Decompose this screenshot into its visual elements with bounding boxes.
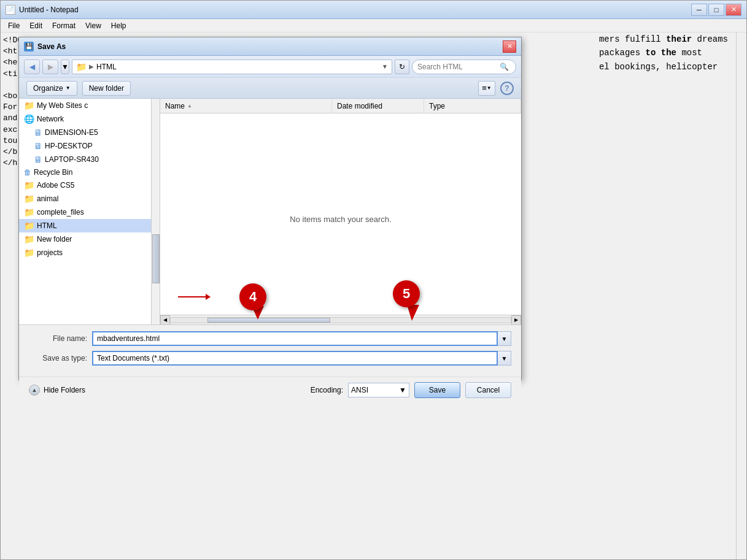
col-header-name[interactable]: Name ▲ bbox=[160, 99, 332, 113]
col-header-type[interactable]: Type bbox=[424, 99, 521, 113]
tree-item-complete-files[interactable]: 📁 complete_files bbox=[19, 205, 160, 219]
nav-forward-btn[interactable]: ▶ bbox=[42, 59, 58, 74]
tree-item-animal[interactable]: 📁 animal bbox=[19, 192, 160, 205]
dialog-body: 📁 My Web Sites c 🌐 Network 🖥 DIMENSION-E… bbox=[19, 99, 521, 324]
hide-folders-label: Hide Folders bbox=[44, 386, 85, 394]
dialog-toolbar: ◀ ▶ ▼ 📁 ▶ HTML ▼ ↻ 🔍 bbox=[19, 56, 521, 78]
h-scroll-left-btn[interactable]: ◀ bbox=[160, 315, 170, 325]
organize-label: Organize bbox=[33, 84, 63, 93]
sort-arrow: ▲ bbox=[187, 103, 192, 109]
folder-icon: 📁 bbox=[24, 221, 34, 231]
tree-item-new-folder[interactable]: 📁 New folder bbox=[19, 232, 160, 246]
tree-item-recycle-bin[interactable]: 🗑 Recycle Bin bbox=[19, 166, 160, 178]
notepad-menubar: File Edit Format View Help bbox=[1, 19, 746, 33]
organize-arrow: ▼ bbox=[66, 85, 71, 91]
col-header-type-text: Type bbox=[429, 102, 445, 110]
new-folder-btn[interactable]: New folder bbox=[82, 81, 131, 96]
tree-item-dimension[interactable]: 🖥 DIMENSION-E5 bbox=[19, 126, 160, 139]
notepad-minimize-btn[interactable]: ─ bbox=[691, 4, 707, 16]
save-btn[interactable]: Save bbox=[414, 382, 460, 398]
computer-icon: 🖥 bbox=[34, 128, 42, 137]
save-type-input-wrapper: ▼ bbox=[92, 351, 511, 366]
address-bar: 📁 ▶ HTML ▼ bbox=[72, 59, 392, 74]
file-name-dropdown[interactable]: ▼ bbox=[498, 331, 511, 346]
notepad-app-icon: 📄 bbox=[6, 5, 15, 15]
nav-recent-dropdown-btn[interactable]: ▼ bbox=[61, 59, 69, 74]
step-badge-4: 4 bbox=[239, 283, 266, 310]
left-panel-scrollbar[interactable] bbox=[151, 99, 160, 324]
tree-item-adobe-cs5[interactable]: 📁 Adobe CS5 bbox=[19, 178, 160, 192]
search-input[interactable] bbox=[417, 63, 497, 71]
tree-item-projects[interactable]: 📁 projects bbox=[19, 246, 160, 259]
col-header-date-text: Date modified bbox=[337, 102, 382, 110]
menu-view[interactable]: View bbox=[80, 20, 106, 31]
left-panel-scroll-thumb bbox=[152, 234, 160, 283]
hide-folders-btn[interactable]: ▲ Hide Folders bbox=[29, 385, 85, 396]
save-type-input[interactable] bbox=[92, 351, 498, 366]
dialog-close-btn[interactable]: ✕ bbox=[503, 40, 516, 53]
new-folder-label: New folder bbox=[89, 84, 124, 93]
dialog-footer: ▲ Hide Folders Encoding: ANSI ▼ Save Can… bbox=[19, 377, 521, 401]
folder-icon: 📁 bbox=[24, 248, 34, 258]
nav-back-btn[interactable]: ◀ bbox=[24, 59, 40, 74]
notepad-scrollbar[interactable] bbox=[736, 33, 746, 559]
dialog-title-left: 💾 Save As bbox=[24, 42, 66, 52]
notepad-title-text: Untitled - Notepad bbox=[19, 6, 79, 14]
folder-icon: 📁 bbox=[24, 207, 34, 217]
address-dropdown-btn[interactable]: ▼ bbox=[382, 63, 388, 70]
tree-item-hp-desktop[interactable]: 🖥 HP-DESKTOP bbox=[19, 139, 160, 153]
menu-format[interactable]: Format bbox=[47, 20, 80, 31]
dialog-right-panel: Name ▲ Date modified Type No items match… bbox=[160, 99, 521, 324]
badge-5-pointer bbox=[407, 305, 419, 323]
notepad-maximize-btn[interactable]: □ bbox=[708, 4, 724, 16]
search-icon: 🔍 bbox=[500, 63, 509, 71]
tree-item-label: Network bbox=[37, 115, 64, 123]
views-btn[interactable]: ≡ ▼ bbox=[478, 81, 495, 96]
tree-item-label: HP-DESKTOP bbox=[45, 142, 93, 150]
save-type-dropdown[interactable]: ▼ bbox=[498, 351, 511, 366]
dialog-titlebar: 💾 Save As ✕ bbox=[19, 37, 521, 56]
tree-item-label: LAPTOP-SR430 bbox=[45, 155, 99, 164]
column-headers: Name ▲ Date modified Type bbox=[160, 99, 521, 113]
cancel-btn-label: Cancel bbox=[477, 386, 500, 394]
menu-edit[interactable]: Edit bbox=[25, 20, 47, 31]
tree-item-label: New folder bbox=[37, 235, 72, 244]
col-header-name-text: Name bbox=[165, 102, 185, 110]
h-scroll-right-btn[interactable]: ▶ bbox=[511, 315, 521, 325]
encoding-dropdown[interactable]: ANSI ▼ bbox=[348, 383, 409, 397]
tree-item-label: Recycle Bin bbox=[34, 168, 72, 177]
notepad-title-left: 📄 Untitled - Notepad bbox=[6, 5, 79, 15]
encoding-value: ANSI bbox=[351, 386, 368, 394]
help-btn[interactable]: ? bbox=[500, 82, 514, 95]
h-scroll-thumb bbox=[207, 318, 330, 323]
save-type-label: Save as type: bbox=[29, 354, 87, 362]
address-path-text[interactable]: HTML bbox=[96, 63, 379, 71]
save-as-dialog: 💾 Save As ✕ ◀ ▶ ▼ 📁 ▶ HTML ▼ ↻ 🔍 Organiz… bbox=[18, 37, 522, 380]
encoding-dropdown-arrow: ▼ bbox=[399, 386, 406, 394]
file-name-label: File name: bbox=[29, 334, 87, 343]
file-name-input[interactable] bbox=[92, 331, 498, 346]
tree-item-label: animal bbox=[37, 194, 58, 203]
organize-btn[interactable]: Organize ▼ bbox=[26, 81, 77, 96]
h-scrollbar[interactable]: ◀ ▶ bbox=[160, 315, 521, 324]
tree-item-network[interactable]: 🌐 Network bbox=[19, 112, 160, 126]
folder-icon: 📁 bbox=[24, 234, 34, 244]
h-scroll-track bbox=[170, 317, 511, 323]
tree-item-html[interactable]: 📁 HTML bbox=[19, 219, 160, 232]
tree-item-my-web-sites[interactable]: 📁 My Web Sites c bbox=[19, 99, 160, 112]
views-dropdown-arrow: ▼ bbox=[487, 85, 492, 91]
tree-item-label: complete_files bbox=[37, 208, 84, 217]
encoding-label: Encoding: bbox=[311, 386, 343, 394]
address-folder-icon: 📁 bbox=[76, 62, 87, 72]
cancel-btn[interactable]: Cancel bbox=[465, 382, 511, 398]
notepad-close-btn[interactable]: ✕ bbox=[726, 4, 741, 16]
menu-help[interactable]: Help bbox=[106, 20, 131, 31]
refresh-btn[interactable]: ↻ bbox=[395, 59, 409, 74]
tree-item-laptop[interactable]: 🖥 LAPTOP-SR430 bbox=[19, 153, 160, 166]
views-icon: ≡ bbox=[482, 83, 487, 93]
menu-file[interactable]: File bbox=[3, 20, 25, 31]
tree-item-label: projects bbox=[37, 248, 63, 257]
col-header-date[interactable]: Date modified bbox=[332, 99, 424, 113]
tree-item-label: HTML bbox=[37, 221, 57, 230]
dialog-title-text: Save As bbox=[37, 42, 66, 51]
